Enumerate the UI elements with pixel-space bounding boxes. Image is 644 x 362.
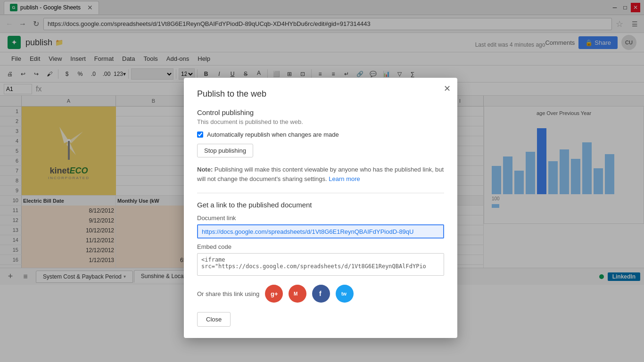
svg-text:f: f [319, 290, 322, 297]
doc-link-input[interactable] [197, 224, 444, 239]
svg-text:M: M [294, 291, 297, 296]
checkbox-row: Automatically republish when changes are… [197, 131, 444, 138]
section2-title: Get a link to the published document [197, 201, 444, 209]
section1-subtitle: This document is published to the web. [197, 118, 444, 125]
embed-label: Embed code [197, 243, 444, 250]
auto-republish-checkbox[interactable] [197, 132, 203, 138]
stop-publishing-button[interactable]: Stop publishing [197, 144, 253, 157]
modal-title: Publish to the web [197, 89, 444, 99]
twitter-share-button[interactable]: tw [336, 285, 354, 303]
doc-link-label: Document link [197, 214, 444, 222]
note-bold: Note: [197, 166, 213, 173]
share-label: Or share this link using [197, 290, 259, 297]
embed-code-textarea[interactable]: <iframe src="https://docs.google.com/spr… [197, 253, 444, 276]
share-row: Or share this link using g+ M f tw [197, 285, 444, 303]
modal-close-button[interactable]: ✕ [444, 83, 451, 94]
note-text: Note: Publishing will make this content … [197, 165, 444, 183]
gmail-share-button[interactable]: M [289, 285, 306, 303]
checkbox-label[interactable]: Automatically republish when changes are… [207, 131, 339, 138]
close-modal-button[interactable]: Close [197, 312, 231, 327]
svg-text:tw: tw [341, 291, 347, 296]
modal-footer: Close [197, 312, 444, 327]
publish-modal: ✕ Publish to the web Control publishing … [184, 78, 457, 338]
note-body: Publishing will make this content viewab… [197, 166, 444, 182]
section1-title: Control publishing [197, 108, 444, 116]
svg-text:g+: g+ [271, 290, 278, 297]
modal-divider [197, 193, 444, 193]
facebook-share-button[interactable]: f [312, 285, 330, 303]
google-share-button[interactable]: g+ [265, 285, 283, 303]
learn-more-link[interactable]: Learn more [329, 175, 360, 182]
